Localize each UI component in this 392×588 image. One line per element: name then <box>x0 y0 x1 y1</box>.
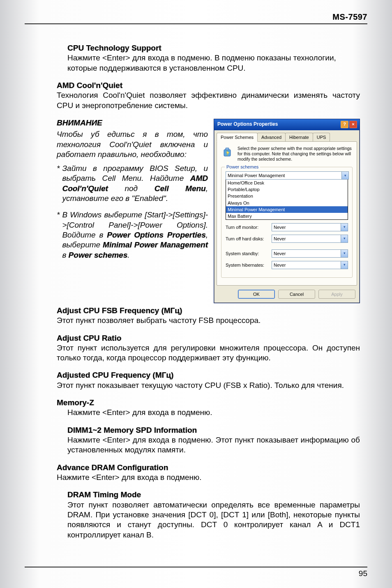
option-always-on[interactable]: Always On <box>226 200 348 206</box>
dialog-titlebar[interactable]: Power Options Properties ? × <box>214 119 360 130</box>
dialog-intro-text: Select the power scheme with the most ap… <box>238 146 353 162</box>
b2-bold3: Power schemes <box>69 251 128 259</box>
cancel-button[interactable]: Cancel <box>278 290 315 299</box>
value-standby: Never <box>272 250 341 257</box>
model-number: MS-7597 <box>332 12 367 21</box>
b2-post: . <box>127 251 129 259</box>
combo-disks[interactable]: Never ▾ <box>272 235 348 243</box>
chevron-down-icon[interactable]: ▾ <box>341 224 348 231</box>
power-scheme-value: Minimal Power Management <box>226 172 341 179</box>
dialog-intro: Select the power scheme with the most ap… <box>221 146 353 162</box>
bullet-marker: * <box>57 164 60 203</box>
ok-button[interactable]: OK <box>238 290 275 299</box>
dialog-panel: Select the power scheme with the most ap… <box>217 141 357 286</box>
chevron-down-icon[interactable]: ▾ <box>341 172 348 179</box>
value-disks: Never <box>272 235 341 242</box>
dialog-buttons: OK Cancel Apply <box>214 288 360 303</box>
b1-pre: Зайти в программу BIOS Setup, и выбрать … <box>62 164 208 182</box>
power-scheme-combo[interactable]: Minimal Power Management ▾ <box>226 171 349 180</box>
bullet-2: * В Windows выберите [Start]->[Settings]… <box>57 210 208 260</box>
b2-bold2: Minimal Power Management <box>103 240 208 249</box>
dialog-title: Power Options Properties <box>217 121 278 127</box>
heading-ratio: Adjust CPU Ratio <box>57 334 121 342</box>
combo-monitor[interactable]: Never ▾ <box>272 223 348 231</box>
body-adjfreq: Этот пункт показывает текущую частоту CP… <box>57 381 344 390</box>
option-home[interactable]: Home/Office Desk <box>226 180 348 186</box>
svg-rect-1 <box>226 148 229 150</box>
label-monitor: Turn off monitor: <box>226 224 272 230</box>
heading-cpu-technology: CPU Technology Support <box>67 44 161 52</box>
combo-hibernate[interactable]: Never ▾ <box>272 261 348 269</box>
row-hibernate: System hibernates: Never ▾ <box>226 261 348 269</box>
page-footer: 95 <box>25 567 367 578</box>
attention-intro: Чтобы уб едитьс я в том, что технология … <box>57 129 208 159</box>
label-disks: Turn off hard disks: <box>226 236 272 242</box>
page-header: MS-7597 <box>25 12 367 24</box>
section-adjfreq: Adjusted CPU Frequency (МГц) Этот пункт … <box>57 370 360 390</box>
body-ratio: Этот пункт используется для регулировки … <box>57 343 360 363</box>
chevron-down-icon[interactable]: ▾ <box>341 235 348 242</box>
b1-mid: под <box>108 184 154 193</box>
row-monitor: Turn off monitor: Never ▾ <box>226 223 348 231</box>
value-monitor: Never <box>272 224 341 231</box>
row-disks: Turn off hard disks: Never ▾ <box>226 235 348 243</box>
bullet-1: * Зайти в программу BIOS Setup, и выбрат… <box>57 164 208 203</box>
tab-advanced[interactable]: Advanced <box>257 133 286 141</box>
page-body: CPU Technology Support Нажмите <Enter> д… <box>25 43 367 540</box>
section-fsb: Adjust CPU FSB Frequency (МГц) Этот пунк… <box>57 306 360 326</box>
heading-adjfreq: Adjusted CPU Frequency (МГц) <box>57 371 173 379</box>
section-ratio: Adjust CPU Ratio Этот пункт используется… <box>57 333 360 363</box>
body-dramtiming: Этот пункт позволяет автоматически опред… <box>67 500 360 540</box>
heading-dimm: DIMM1~2 Memory SPD Information <box>67 426 197 434</box>
b2-mid2: в <box>62 251 68 259</box>
close-button[interactable]: × <box>349 121 357 128</box>
row-standby: System standby: Never ▾ <box>226 249 348 258</box>
section-cpu-technology: CPU Technology Support Нажмите <Enter> д… <box>57 43 360 73</box>
heading-fsb: Adjust CPU FSB Frequency (МГц) <box>57 306 182 315</box>
battery-icon <box>221 146 234 159</box>
power-schemes-fieldset: Power schemes Minimal Power Management ▾… <box>221 167 353 277</box>
heading-advdram: Advance DRAM Configuration <box>57 463 168 472</box>
section-advdram: Advance DRAM Configuration Нажмите <Ente… <box>57 463 360 483</box>
section-memoryz: Memory-Z Нажмите <Enter> для входа в под… <box>57 398 360 418</box>
bullet-1-text: Зайти в программу BIOS Setup, и выбрать … <box>62 164 208 203</box>
label-hibernate: System hibernates: <box>226 262 272 268</box>
section-dimm: DIMM1~2 Memory SPD Information Нажмите <… <box>57 425 360 455</box>
fieldset-legend: Power schemes <box>225 164 260 170</box>
b2-bold1: Power Options Properties <box>107 231 205 239</box>
bullet-marker: * <box>57 210 60 260</box>
section-dramtiming: DRAM Timing Mode Этот пункт позволяет ав… <box>57 490 360 540</box>
tab-ups[interactable]: UPS <box>313 133 330 141</box>
help-button[interactable]: ? <box>341 121 348 128</box>
power-options-dialog: Power Options Properties ? × Power Schem… <box>214 119 360 303</box>
body-fsb: Этот пункт позволяет выбрать частоту FSB… <box>57 316 261 325</box>
option-portable[interactable]: Portable/Laptop <box>226 186 348 193</box>
body-dimm: Нажмите <Enter> для входа в подменю. Это… <box>67 435 360 455</box>
value-hibernate: Never <box>272 261 341 269</box>
body-amd: Технология Cool'n'Quiet позволяет эффект… <box>57 90 360 111</box>
tab-power-schemes[interactable]: Power Schemes <box>217 133 258 142</box>
option-max-battery[interactable]: Max Battery <box>226 213 348 219</box>
attention-block: ВНИМАНИЕ Чтобы уб едитьс я в том, что те… <box>57 118 208 260</box>
attention-and-dialog: ВНИМАНИЕ Чтобы уб едитьс я в том, что те… <box>57 118 360 303</box>
page-number: 95 <box>359 569 367 578</box>
tab-hibernate[interactable]: Hibernate <box>285 133 313 141</box>
chevron-down-icon[interactable]: ▾ <box>341 250 348 257</box>
body-cpu-technology: Нажмите <Enter> для входа в подменю. В п… <box>67 53 336 72</box>
option-presentation[interactable]: Presentation <box>226 193 348 199</box>
heading-amd: AMD Cool'n'Quiet <box>57 81 122 90</box>
label-standby: System standby: <box>226 251 272 256</box>
chevron-down-icon[interactable]: ▾ <box>341 261 348 269</box>
dialog-tabs: Power Schemes Advanced Hibernate UPS <box>214 130 360 141</box>
bullet-2-text: В Windows выберите [Start]->[Settings]->… <box>62 210 208 260</box>
option-minimal[interactable]: Minimal Power Management <box>226 206 348 213</box>
combo-standby[interactable]: Never ▾ <box>272 249 348 258</box>
body-advdram: Нажмите <Enter> для входа в подменю. <box>57 473 202 482</box>
heading-dramtiming: DRAM Timing Mode <box>67 490 141 499</box>
power-scheme-dropdown[interactable]: Home/Office Desk Portable/Laptop Present… <box>226 180 348 219</box>
heading-attention: ВНИМАНИЕ <box>57 118 102 127</box>
body-memoryz: Нажмите <Enter> для входа в подменю. <box>57 408 360 417</box>
section-amd-coolnquiet: AMD Cool'n'Quiet Технология Cool'n'Quiet… <box>57 81 360 111</box>
heading-memoryz: Memory-Z <box>57 398 94 407</box>
apply-button[interactable]: Apply <box>318 290 355 299</box>
